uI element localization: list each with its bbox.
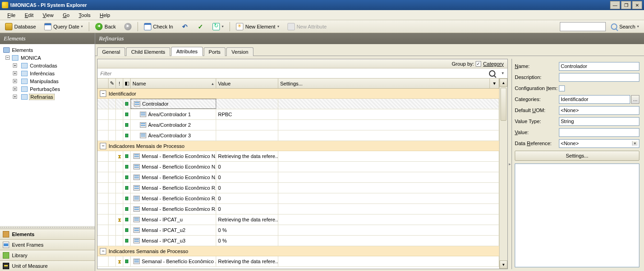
forward-button[interactable]	[121, 22, 135, 32]
menu-tools[interactable]: Tools	[74, 10, 95, 20]
nav-uom[interactable]: Unit of Measure	[0, 260, 95, 271]
prop-name-label: Name:	[515, 63, 559, 69]
attribute-value	[216, 99, 278, 109]
property-splitter[interactable]: ▸	[508, 59, 512, 269]
prop-desc-input[interactable]	[559, 73, 639, 82]
group-toggle-icon[interactable]: −	[100, 90, 106, 97]
pin-icon	[125, 207, 128, 211]
new-element-button[interactable]: New Element	[233, 22, 282, 32]
prop-settings-button[interactable]: Settings...	[515, 151, 639, 161]
attribute-row[interactable]: Mensal - IPCAT_u30 %	[98, 236, 499, 246]
attribute-row[interactable]: Controlador	[98, 99, 499, 109]
menu-edit[interactable]: Edit	[20, 10, 38, 20]
menu-bar: File Edit View Go Tools Help	[0, 10, 644, 20]
attribute-row[interactable]: Área/Controlador 1RPBC	[98, 109, 499, 120]
attribute-row[interactable]: ⧗Mensal - IPCAT_uRetrieving the data ref…	[98, 215, 499, 225]
scroll-thumb[interactable]	[500, 87, 507, 260]
tab-child-elements[interactable]: Child Elements	[126, 47, 170, 56]
group-toggle-icon[interactable]: −	[100, 248, 106, 254]
tree-node-inferencias[interactable]: +Inferências	[1, 69, 94, 77]
attribute-row[interactable]: Mensal - Benefício Econômico R...0	[98, 183, 499, 193]
nav-library[interactable]: Library	[0, 250, 95, 260]
attribute-row[interactable]: ⧗Semanal - Benefício Econômico ...Retrie…	[98, 256, 499, 267]
col-icon-edit[interactable]: ✎	[109, 79, 116, 88]
apply-button[interactable]: ✓	[194, 22, 207, 32]
tree-root[interactable]: Elements	[1, 46, 94, 54]
menu-go[interactable]: Go	[58, 10, 74, 20]
new-attribute-button[interactable]: New Attribute	[284, 22, 330, 32]
col-settings[interactable]: Settings...	[278, 79, 490, 88]
toolbar-search-input[interactable]	[560, 22, 606, 31]
tab-general[interactable]: General	[97, 47, 125, 56]
tree-node-perturbacoes[interactable]: +Perturbações	[1, 85, 94, 93]
pin-icon	[125, 197, 128, 200]
tab-attributes[interactable]: Attributes	[171, 47, 202, 56]
attribute-icon	[140, 112, 146, 117]
attribute-value: 0	[216, 183, 278, 193]
col-marker[interactable]	[98, 79, 109, 88]
col-value[interactable]: Value	[216, 79, 278, 88]
attribute-row[interactable]: Mensal - Benefício Econômico N...0	[98, 162, 499, 172]
tab-ports[interactable]: Ports	[204, 47, 226, 56]
attribute-row[interactable]: Área/Controlador 3	[98, 130, 499, 141]
col-options[interactable]: ▾	[490, 79, 499, 88]
filter-dropdown-icon[interactable]: ▼	[501, 71, 505, 75]
search-button[interactable]: Search	[608, 22, 642, 31]
tree-node-controladas[interactable]: +Controladas	[1, 62, 94, 69]
attribute-value: 0	[216, 204, 278, 214]
prop-cat-browse-button[interactable]: …	[631, 95, 639, 104]
attribute-row[interactable]: Mensal - Benefício Econômico R...0	[98, 204, 499, 215]
prop-vt-input[interactable]: String	[559, 117, 639, 126]
attribute-row[interactable]: ⧗Mensal - Benefício Econômico N...Retrie…	[98, 151, 499, 162]
prop-dr-select[interactable]: <None>	[559, 139, 639, 148]
menu-file[interactable]: File	[3, 10, 20, 20]
forward-icon	[124, 23, 132, 30]
menu-help[interactable]: Help	[95, 10, 115, 20]
group-row[interactable]: −Indicadores Semanais de Processo	[98, 246, 499, 256]
group-toggle-icon[interactable]: −	[100, 143, 106, 149]
maximize-button[interactable]: ❐	[621, 1, 631, 9]
group-row[interactable]: −Identificador	[98, 89, 499, 99]
attribute-row[interactable]: Mensal - IPCAT_u20 %	[98, 225, 499, 236]
prop-cfg-checkbox[interactable]	[559, 85, 565, 91]
close-button[interactable]: ✕	[632, 1, 642, 9]
group-by-category-link[interactable]: Category	[483, 61, 504, 67]
new-attribute-icon	[288, 23, 295, 30]
filter-search-icon[interactable]	[489, 70, 495, 77]
tree-node-refinarias[interactable]: +Refinarias	[1, 93, 94, 101]
back-button[interactable]: Back	[92, 22, 119, 32]
group-by-checkbox[interactable]: ✓	[476, 61, 481, 67]
database-button[interactable]: Database	[2, 22, 39, 32]
tab-version[interactable]: Version	[226, 47, 253, 56]
grid-scrollbar[interactable]: ▲ ▼	[499, 79, 507, 269]
calendar-icon	[44, 23, 52, 30]
nav-elements[interactable]: Elements	[0, 229, 95, 239]
col-icon-pin[interactable]: ◧	[123, 79, 131, 88]
prop-name-input[interactable]: Controlador	[559, 62, 639, 71]
scroll-down-button[interactable]: ▼	[500, 260, 507, 269]
col-name[interactable]: Name	[131, 79, 216, 88]
tree-node-manipuladas[interactable]: +Manipuladas	[1, 77, 94, 85]
nav-event-frames[interactable]: Event Frames	[0, 239, 95, 250]
prop-cat-input[interactable]: Identificador	[559, 95, 630, 104]
attribute-row[interactable]: Área/Controlador 2	[98, 120, 499, 130]
undo-button[interactable]: ↶	[178, 22, 192, 32]
checkin-button[interactable]: Check In	[141, 22, 176, 32]
element-tree[interactable]: Elements −MONICA +Controladas +Inferênci…	[0, 44, 95, 226]
query-date-button[interactable]: Query Date	[41, 22, 86, 32]
attribute-grid-area: Group by: ✓ Category ▼ ✎ ! ◧	[97, 59, 508, 269]
group-row[interactable]: −Indicadores Mensais de Processo	[98, 141, 499, 151]
attribute-row[interactable]: Mensal - Benefício Econômico N...0	[98, 172, 499, 183]
scroll-up-button[interactable]: ▲	[500, 79, 507, 87]
tree-node-monica[interactable]: −MONICA	[1, 54, 94, 62]
refresh-button[interactable]	[209, 22, 227, 32]
minimize-button[interactable]: —	[610, 1, 620, 9]
col-icon-flag[interactable]: !	[116, 79, 123, 88]
filter-input[interactable]	[98, 70, 489, 77]
attribute-row[interactable]: Mensal - Benefício Econômico R...0	[98, 193, 499, 204]
menu-view[interactable]: View	[38, 10, 58, 20]
pin-icon	[125, 228, 128, 232]
prop-val-input[interactable]	[559, 128, 639, 137]
prop-settings-text[interactable]	[515, 164, 639, 267]
prop-uom-input[interactable]: <None>	[559, 106, 639, 115]
